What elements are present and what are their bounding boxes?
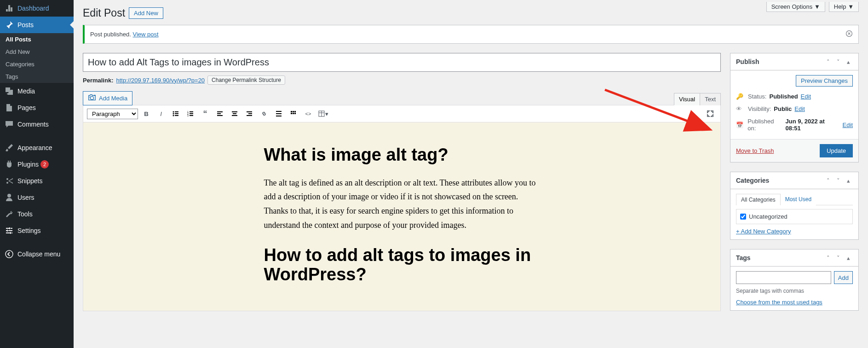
toolbar-toggle-button[interactable] <box>287 107 300 120</box>
sidebar-item-plugins[interactable]: Plugins 2 <box>0 156 74 173</box>
number-list-button[interactable]: 123 <box>184 107 197 120</box>
eye-icon: 👁 <box>736 105 745 112</box>
svg-rect-19 <box>232 115 237 116</box>
svg-rect-30 <box>293 113 294 114</box>
edit-date-link[interactable]: Edit <box>843 122 853 128</box>
sidebar-item-media[interactable]: Media <box>0 83 74 99</box>
camera-icon <box>88 93 96 103</box>
move-down-icon[interactable]: ˅ <box>834 176 843 185</box>
edit-status-link[interactable]: Edit <box>801 93 811 100</box>
svg-text:3: 3 <box>187 114 189 117</box>
svg-rect-7 <box>175 115 178 116</box>
tab-all-categories[interactable]: All Categories <box>736 194 781 205</box>
help-toggle[interactable]: Help ▼ <box>829 2 859 12</box>
tab-visual[interactable]: Visual <box>674 93 700 105</box>
sidebar-item-snippets[interactable]: Snippets <box>0 173 74 189</box>
collapse-icon <box>5 249 14 259</box>
calendar-icon: 📅 <box>736 122 745 128</box>
tag-input[interactable] <box>736 271 831 284</box>
svg-rect-22 <box>247 115 252 116</box>
sidebar-item-posts[interactable]: Posts <box>0 17 74 33</box>
permalink-url[interactable]: http://209.97.169.90/vy/wp/?p=20 <box>116 77 205 84</box>
sidebar-item-appearance[interactable]: Appearance <box>0 139 74 156</box>
table-button[interactable]: ▾ <box>316 107 329 120</box>
toggle-icon[interactable]: ▴ <box>844 253 853 262</box>
sidebar-item-users[interactable]: Users <box>0 189 74 206</box>
svg-rect-11 <box>190 113 193 114</box>
sidebar-item-pages[interactable]: Pages <box>0 99 74 116</box>
dismiss-notice-icon[interactable] <box>845 30 853 39</box>
submenu-all-posts[interactable]: All Posts <box>0 33 74 46</box>
category-checkbox[interactable] <box>740 214 746 220</box>
align-center-button[interactable] <box>228 107 241 120</box>
submenu-add-new[interactable]: Add New <box>0 46 74 58</box>
link-button[interactable] <box>258 107 270 120</box>
blockquote-button[interactable]: “ <box>199 107 212 120</box>
italic-button[interactable]: I <box>155 107 167 120</box>
choose-tags-link[interactable]: Choose from the most used tags <box>736 299 822 306</box>
svg-point-4 <box>173 113 174 115</box>
submenu-categories[interactable]: Categories <box>0 58 74 70</box>
sidebar-item-settings[interactable]: Settings <box>0 222 74 239</box>
bullet-list-button[interactable] <box>169 107 182 120</box>
update-badge: 2 <box>40 160 49 168</box>
view-post-link[interactable]: View post <box>133 31 159 38</box>
move-down-icon[interactable]: ˅ <box>834 253 843 262</box>
submenu-tags[interactable]: Tags <box>0 70 74 83</box>
move-up-icon[interactable]: ˄ <box>823 253 833 262</box>
sidebar-label: Tools <box>17 210 33 218</box>
sidebar-label: Dashboard <box>17 5 49 12</box>
post-title-input[interactable] <box>83 53 721 72</box>
sidebar-item-tools[interactable]: Tools <box>0 206 74 222</box>
fullscreen-button[interactable] <box>704 107 717 120</box>
toggle-icon[interactable]: ▴ <box>844 57 853 66</box>
move-up-icon[interactable]: ˄ <box>823 176 833 185</box>
sidebar-label: Users <box>17 194 34 201</box>
format-select[interactable]: Paragraph <box>87 109 138 119</box>
svg-rect-15 <box>217 113 221 114</box>
align-left-button[interactable] <box>213 107 226 120</box>
category-item[interactable]: Uncategorized <box>740 213 849 220</box>
align-right-button[interactable] <box>243 107 256 120</box>
editor-content[interactable]: What is image alt tag? The alt tag is de… <box>83 122 721 311</box>
update-button[interactable]: Update <box>820 144 853 157</box>
svg-rect-13 <box>190 115 193 116</box>
tab-text[interactable]: Text <box>700 93 721 105</box>
preview-button[interactable]: Preview Changes <box>796 75 853 87</box>
svg-rect-21 <box>248 113 252 114</box>
svg-rect-23 <box>276 111 282 112</box>
sidebar-item-collapse[interactable]: Collapse menu <box>0 246 74 262</box>
add-tag-button[interactable]: Add <box>834 271 853 284</box>
change-permalink-button[interactable]: Change Permalink Structure <box>207 75 285 85</box>
add-new-button[interactable]: Add New <box>129 7 163 19</box>
sidebar-item-dashboard[interactable]: Dashboard <box>0 0 74 17</box>
edit-visibility-link[interactable]: Edit <box>794 105 805 112</box>
svg-rect-29 <box>291 113 292 114</box>
bold-button[interactable]: B <box>140 107 153 120</box>
publish-box: Publish ˄ ˅ ▴ Preview Changes 🔑 Status: … <box>730 53 859 162</box>
brush-icon <box>5 143 14 152</box>
comment-icon <box>5 120 14 129</box>
svg-rect-3 <box>175 111 178 112</box>
toggle-icon[interactable]: ▴ <box>844 176 853 185</box>
add-media-button[interactable]: Add Media <box>83 91 132 105</box>
move-to-trash-link[interactable]: Move to Trash <box>736 147 774 154</box>
sidebar-label: Comments <box>17 121 49 128</box>
tab-most-used[interactable]: Most Used <box>781 194 816 205</box>
insert-more-button[interactable] <box>272 107 285 120</box>
move-down-icon[interactable]: ˅ <box>834 57 843 66</box>
code-button[interactable]: <> <box>302 107 315 120</box>
move-up-icon[interactable]: ˄ <box>823 57 833 66</box>
sidebar-label: Collapse menu <box>17 250 60 258</box>
categories-box: Categories ˄ ˅ ▴ All Categories Most Use… <box>730 172 859 240</box>
svg-rect-16 <box>217 115 223 116</box>
svg-rect-31 <box>294 113 296 114</box>
posts-submenu: All Posts Add New Categories Tags <box>0 33 74 83</box>
svg-rect-25 <box>276 116 282 116</box>
screen-options-toggle[interactable]: Screen Options ▼ <box>766 2 825 12</box>
sidebar-item-comments[interactable]: Comments <box>0 116 74 133</box>
svg-rect-18 <box>233 113 236 114</box>
sidebar-label: Pages <box>17 104 36 111</box>
chevron-down-icon: ▼ <box>848 3 854 10</box>
add-category-link[interactable]: + Add New Category <box>736 228 853 235</box>
